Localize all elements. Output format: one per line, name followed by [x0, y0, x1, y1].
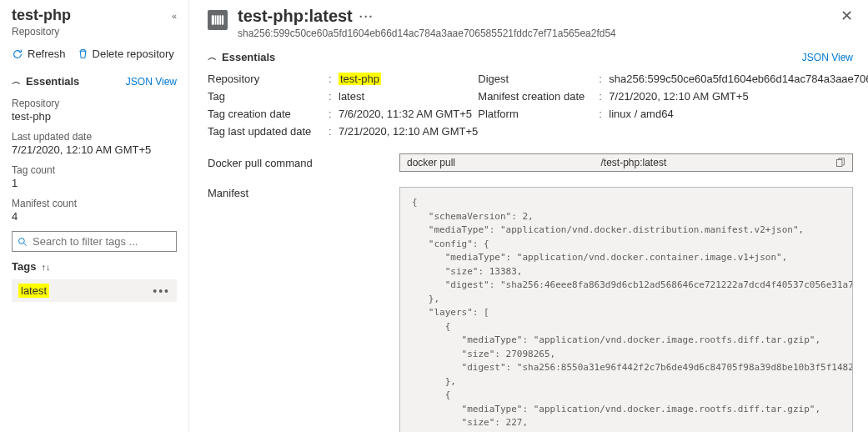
repo-label: Repository [12, 98, 177, 109]
property-row: Tag:latest [208, 88, 478, 105]
property-row: Platform:linux / amd64 [478, 105, 868, 123]
svg-rect-4 [217, 15, 218, 24]
property-row: Tag creation date:7/6/2020, 11:32 AM GMT… [208, 105, 478, 123]
more-icon[interactable]: ••• [153, 284, 170, 298]
property-row: Manifest creation date:7/21/2020, 12:10 … [478, 88, 868, 105]
property-label: Tag creation date [208, 108, 329, 120]
refresh-label: Refresh [28, 48, 66, 60]
property-label: Repository [208, 73, 329, 85]
delete-repository-button[interactable]: Delete repository [78, 48, 174, 60]
sidebar-title: test-php [12, 7, 71, 24]
refresh-icon [12, 48, 23, 60]
property-row: Tag last updated date:7/21/2020, 12:10 A… [208, 123, 478, 140]
svg-rect-7 [836, 159, 842, 166]
detail-title: test-php:latest ··· [238, 7, 616, 26]
property-label: Tag last updated date [208, 125, 329, 138]
svg-point-0 [19, 238, 25, 244]
manifestcount-label: Manifest count [12, 198, 177, 209]
repo-value: test-php [12, 110, 177, 123]
tag-detail-panel: test-php:latest ··· sha256:599c50ce60a5f… [189, 0, 868, 432]
property-value[interactable]: 7/21/2020, 12:10 AM GMT+5 [339, 125, 478, 138]
delete-label: Delete repository [93, 48, 174, 60]
close-icon[interactable]: ✕ [840, 7, 853, 25]
tag-search-input[interactable] [33, 235, 173, 248]
json-view-link[interactable]: JSON View [126, 76, 177, 88]
property-value[interactable]: 7/6/2020, 11:32 AM GMT+5 [339, 108, 472, 120]
tag-search-box[interactable] [12, 231, 177, 252]
repository-icon [208, 10, 228, 30]
property-value[interactable]: latest [339, 90, 364, 103]
sidebar-subtitle: Repository [12, 26, 177, 38]
property-value[interactable]: sha256:599c50ce60a5fd1604eb66d14ac784a3a… [609, 73, 868, 85]
svg-rect-2 [212, 15, 214, 24]
property-label: Platform [478, 108, 599, 120]
manifest-content[interactable]: { "schemaVersion": 2, "mediaType": "appl… [399, 187, 853, 432]
docker-pull-label: Docker pull command [208, 157, 324, 169]
svg-rect-5 [219, 15, 221, 24]
tagcount-value: 1 [12, 177, 177, 189]
property-label: Manifest creation date [478, 90, 599, 103]
search-icon [18, 237, 28, 247]
updated-value: 7/21/2020, 12:10 AM GMT+5 [12, 143, 177, 156]
sort-icon: ↑↓ [41, 262, 50, 272]
property-label: Digest [478, 73, 599, 85]
manifestcount-value: 4 [12, 210, 177, 223]
properties-grid: Repository:test-phpTag:latestTag creatio… [208, 70, 853, 140]
property-value[interactable]: test-php [339, 73, 381, 85]
collapse-icon[interactable]: « [172, 11, 177, 21]
tags-header[interactable]: Tags ↑↓ [12, 260, 177, 273]
repository-sidebar: test-php « Repository Refresh Delete rep… [0, 0, 189, 432]
docker-pull-command-box[interactable]: docker pull /test-php:latest [399, 153, 853, 172]
updated-label: Last updated date [12, 131, 177, 143]
property-value[interactable]: linux / amd64 [609, 108, 673, 120]
tagcount-label: Tag count [12, 164, 177, 176]
copy-icon[interactable] [835, 158, 845, 168]
detail-essentials-toggle[interactable]: ︿ Essentials [208, 51, 275, 63]
svg-line-1 [24, 243, 27, 245]
tag-name: latest [18, 284, 49, 298]
detail-sha: sha256:599c50ce60a5fd1604eb66d14ac784a3a… [238, 28, 616, 39]
chevron-up-icon: ︿ [208, 51, 217, 63]
tag-row[interactable]: latest ••• [12, 279, 177, 302]
docker-pull-command: docker pull /test-php:latest [407, 157, 666, 168]
essentials-toggle[interactable]: ︿ Essentials [12, 75, 79, 88]
manifest-label: Manifest [208, 187, 324, 199]
trash-icon [78, 48, 88, 59]
property-row: Digest:sha256:599c50ce60a5fd1604eb66d14a… [478, 70, 868, 88]
svg-rect-3 [215, 15, 217, 24]
detail-json-view-link[interactable]: JSON View [802, 52, 853, 63]
property-label: Tag [208, 90, 329, 103]
refresh-button[interactable]: Refresh [12, 48, 66, 60]
property-value[interactable]: 7/21/2020, 12:10 AM GMT+5 [609, 90, 748, 103]
title-more-icon[interactable]: ··· [359, 10, 374, 23]
chevron-up-icon: ︿ [12, 75, 21, 88]
property-row: Repository:test-php [208, 70, 478, 88]
svg-rect-6 [222, 15, 223, 24]
